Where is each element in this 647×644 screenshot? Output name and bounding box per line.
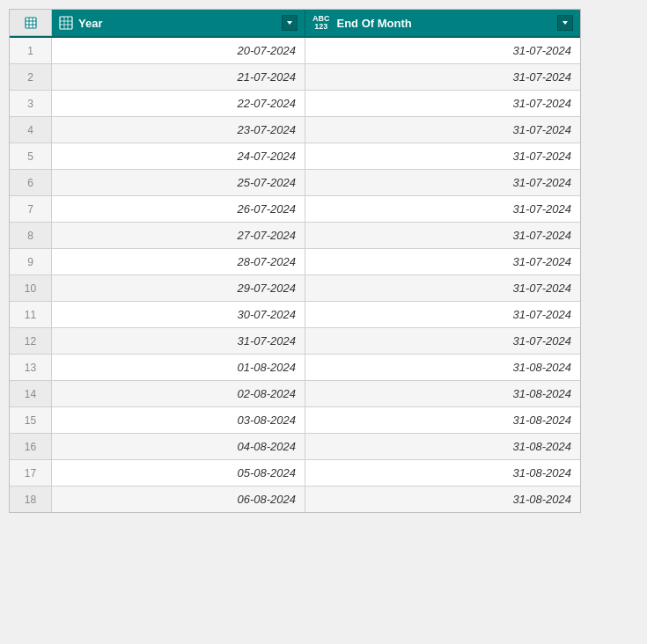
dropdown-arrow-icon-2 <box>561 18 570 27</box>
table-row: 8 27-07-2024 31-07-2024 <box>10 223 580 249</box>
cell-eom: 31-07-2024 <box>305 38 580 63</box>
cell-index: 1 <box>10 38 52 63</box>
cell-index: 8 <box>10 223 52 248</box>
cell-eom: 31-07-2024 <box>305 196 580 222</box>
table-row: 11 30-07-2024 31-07-2024 <box>10 302 580 328</box>
column-header-year[interactable]: Year <box>52 10 305 36</box>
table-row: 12 31-07-2024 31-07-2024 <box>10 328 580 355</box>
cell-date: 04-08-2024 <box>52 434 305 459</box>
cell-eom: 31-07-2024 <box>305 328 580 354</box>
table-row: 2 21-07-2024 31-07-2024 <box>10 64 580 91</box>
cell-index: 18 <box>10 487 52 512</box>
table-row: 1 20-07-2024 31-07-2024 <box>10 38 580 64</box>
dropdown-arrow-icon <box>285 18 294 27</box>
cell-eom: 31-07-2024 <box>305 170 580 195</box>
cell-index: 16 <box>10 434 52 459</box>
cell-date: 06-08-2024 <box>52 487 305 512</box>
cell-index: 11 <box>10 302 52 327</box>
cell-date: 29-07-2024 <box>52 275 305 301</box>
cell-index: 9 <box>10 249 52 274</box>
table-row: 5 24-07-2024 31-07-2024 <box>10 143 580 170</box>
cell-date: 21-07-2024 <box>52 64 305 90</box>
cell-date: 24-07-2024 <box>52 143 305 169</box>
cell-eom: 31-07-2024 <box>305 302 580 327</box>
cell-date: 25-07-2024 <box>52 170 305 195</box>
svg-marker-11 <box>562 21 568 25</box>
num-label: 123 <box>314 23 327 31</box>
col2-type-icon: ABC 123 <box>312 15 330 31</box>
cell-index: 2 <box>10 64 52 90</box>
cell-eom: 31-07-2024 <box>305 223 580 248</box>
cell-date: 23-07-2024 <box>52 117 305 143</box>
svg-rect-0 <box>26 18 36 28</box>
table-row: 15 03-08-2024 31-08-2024 <box>10 407 580 434</box>
cell-index: 14 <box>10 381 52 406</box>
cell-date: 02-08-2024 <box>52 381 305 406</box>
cell-eom: 31-08-2024 <box>305 407 580 433</box>
table-row: 14 02-08-2024 31-08-2024 <box>10 381 580 407</box>
cell-date: 22-07-2024 <box>52 91 305 116</box>
cell-index: 12 <box>10 328 52 354</box>
cell-index: 5 <box>10 143 52 169</box>
col1-label: Year <box>78 17 102 30</box>
cell-date: 28-07-2024 <box>52 249 305 274</box>
cell-index: 17 <box>10 460 52 486</box>
table-header: Year ABC 123 End Of Month <box>10 10 580 38</box>
cell-index: 10 <box>10 275 52 301</box>
cell-index: 3 <box>10 91 52 116</box>
cell-date: 20-07-2024 <box>52 38 305 63</box>
table-body: 1 20-07-2024 31-07-2024 2 21-07-2024 31-… <box>10 38 580 512</box>
table-row: 18 06-08-2024 31-08-2024 <box>10 487 580 512</box>
table-grid-icon <box>25 17 37 29</box>
cell-index: 13 <box>10 355 52 380</box>
cell-eom: 31-07-2024 <box>305 275 580 301</box>
cell-eom: 31-07-2024 <box>305 143 580 169</box>
cell-index: 6 <box>10 170 52 195</box>
cell-date: 01-08-2024 <box>52 355 305 380</box>
cell-date: 31-07-2024 <box>52 328 305 354</box>
cell-eom: 31-07-2024 <box>305 64 580 90</box>
column-header-eom[interactable]: ABC 123 End Of Month <box>305 10 580 36</box>
table-row: 9 28-07-2024 31-07-2024 <box>10 249 580 275</box>
table-row: 4 23-07-2024 31-07-2024 <box>10 117 580 143</box>
cell-eom: 31-07-2024 <box>305 249 580 274</box>
col2-dropdown[interactable] <box>557 15 573 31</box>
table-row: 6 25-07-2024 31-07-2024 <box>10 170 580 196</box>
data-table: Year ABC 123 End Of Month 1 20-07-2024 <box>9 9 581 513</box>
table-row: 13 01-08-2024 31-08-2024 <box>10 355 580 381</box>
cell-eom: 31-07-2024 <box>305 91 580 116</box>
table-row: 3 22-07-2024 31-07-2024 <box>10 91 580 117</box>
cell-date: 03-08-2024 <box>52 407 305 433</box>
cell-eom: 31-08-2024 <box>305 355 580 380</box>
col1-dropdown[interactable] <box>282 15 298 31</box>
header-corner[interactable] <box>10 10 52 36</box>
cell-date: 05-08-2024 <box>52 460 305 486</box>
svg-marker-10 <box>287 21 292 25</box>
cell-eom: 31-08-2024 <box>305 460 580 486</box>
cell-index: 15 <box>10 407 52 433</box>
table-row: 10 29-07-2024 31-07-2024 <box>10 275 580 302</box>
col2-label: End Of Month <box>337 17 412 30</box>
cell-date: 26-07-2024 <box>52 196 305 222</box>
cell-eom: 31-08-2024 <box>305 487 580 512</box>
cell-index: 7 <box>10 196 52 222</box>
table-col-icon <box>59 16 73 30</box>
cell-eom: 31-08-2024 <box>305 381 580 406</box>
cell-date: 30-07-2024 <box>52 302 305 327</box>
table-row: 7 26-07-2024 31-07-2024 <box>10 196 580 223</box>
cell-eom: 31-07-2024 <box>305 117 580 143</box>
cell-index: 4 <box>10 117 52 143</box>
svg-rect-5 <box>60 17 72 29</box>
table-row: 17 05-08-2024 31-08-2024 <box>10 460 580 487</box>
cell-eom: 31-08-2024 <box>305 434 580 459</box>
cell-date: 27-07-2024 <box>52 223 305 248</box>
table-row: 16 04-08-2024 31-08-2024 <box>10 434 580 460</box>
